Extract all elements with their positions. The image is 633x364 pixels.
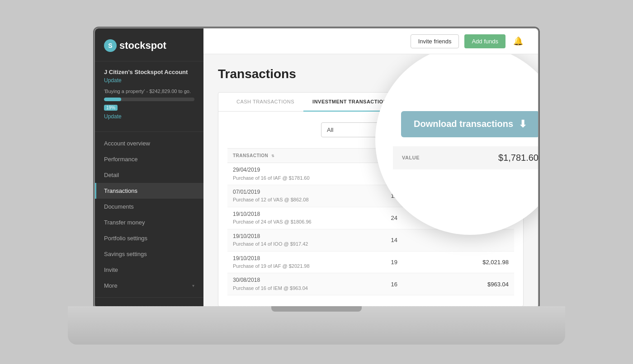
zoom-dollar-value: $1,781.60 [498, 153, 538, 163]
laptop-screen: S stockspot J Citizen's Stockspot Accoun… [95, 28, 538, 308]
transaction-date: 19/10/2018 [233, 211, 380, 218]
invite-friends-button[interactable]: Invite friends [411, 34, 459, 48]
progress-label: 19% [104, 105, 118, 111]
account-update-link[interactable]: Update [104, 77, 194, 84]
table-row: 19/10/2018 Purchase of 19 of IAF @ $2021… [227, 251, 514, 273]
notification-bell[interactable]: 🔔 [511, 34, 525, 48]
laptop-wrapper: S stockspot J Citizen's Stockspot Accoun… [68, 19, 565, 345]
nav-label: Documents [104, 203, 134, 210]
laptop-body [68, 306, 565, 345]
add-funds-button[interactable]: Add funds [464, 34, 505, 48]
transaction-cell: 29/04/2019 Purchase of 16 of IAF @ $1781… [227, 163, 385, 185]
sidebar-item-transfer-money[interactable]: Transfer money [95, 215, 203, 230]
sidebar-item-savings-settings[interactable]: Savings settings [95, 246, 203, 262]
transaction-cell: 30/08/2018 Purchase of 16 of IEM @ $963.… [227, 273, 385, 295]
nav-label: Transactions [104, 187, 137, 194]
transaction-date: 07/01/2019 [233, 189, 380, 196]
transaction-desc: Purchase of 14 of IOO @ $917.42 [233, 241, 380, 247]
nav-label: Transfer money [104, 219, 145, 226]
tab-label: Cash Transactions [236, 99, 294, 104]
transaction-cell: 19/10/2018 Purchase of 14 of IOO @ $917.… [227, 229, 385, 251]
transaction-desc: Purchase of 16 of IEM @ $963.04 [233, 285, 380, 291]
transaction-qty: 14 [385, 229, 449, 251]
sidebar-item-transactions[interactable]: Transactions [95, 183, 203, 199]
sidebar-item-invite[interactable]: Invite [95, 262, 203, 278]
transaction-date: 30/08/2018 [233, 277, 380, 284]
download-label: Download transactions [414, 119, 513, 129]
transaction-cell: 19/10/2018 Purchase of 24 of VAS @ $1806… [227, 207, 385, 229]
col-transaction: Transaction ⇅ [227, 149, 385, 163]
sidebar-item-more[interactable]: More ▾ [95, 278, 203, 294]
account-section: J Citizen's Stockspot Account Update 'Bu… [95, 61, 203, 132]
bell-icon: 🔔 [513, 36, 523, 46]
transaction-date: 19/10/2018 [233, 255, 380, 262]
zoom-value-header: Value [402, 155, 420, 160]
sidebar-logo: S stockspot [95, 28, 203, 61]
sidebar-item-performance[interactable]: Performance [95, 151, 203, 167]
transaction-value: $2,021.98 [449, 251, 514, 273]
transaction-desc: Purchase of 19 of IAF @ $2021.98 [233, 263, 380, 269]
logo: S stockspot [104, 39, 194, 52]
table-row: 30/08/2018 Purchase of 16 of IEM @ $963.… [227, 273, 514, 295]
transaction-date: 29/04/2019 [233, 167, 380, 174]
transaction-desc: Purchase of 12 of VAS @ $862.08 [233, 196, 380, 203]
tab-label: Investment Transactions [312, 99, 391, 104]
logo-text: stockspot [119, 40, 166, 51]
nav-label: Account overview [104, 140, 150, 147]
chevron-down-icon: ▾ [192, 283, 194, 288]
transaction-desc: Purchase of 24 of VAS @ $1806.96 [233, 219, 380, 225]
progress-bar-container [104, 98, 194, 101]
transaction-qty: 16 [385, 273, 449, 295]
tab-cash-transactions[interactable]: Cash Transactions [227, 93, 303, 112]
transaction-cell: 19/10/2018 Purchase of 19 of IAF @ $2021… [227, 251, 385, 273]
progress-bar-fill [104, 98, 121, 101]
download-icon: ⬇ [519, 118, 527, 130]
nav-label: More [104, 282, 118, 289]
top-bar: Invite friends Add funds 🔔 [203, 28, 538, 54]
nav-label: Savings settings [104, 251, 147, 257]
transaction-qty: 19 [385, 251, 449, 273]
transaction-desc: Purchase of 16 of IAF @ $1781.60 [233, 175, 380, 181]
zoom-value-row: Value $1,781.60 [393, 146, 538, 169]
sidebar-item-account-overview[interactable]: Account overview [95, 135, 203, 151]
transaction-date: 19/10/2018 [233, 233, 380, 240]
nav-label: Portfolio settings [104, 235, 147, 242]
logo-icon: S [104, 39, 117, 52]
sidebar: S stockspot J Citizen's Stockspot Accoun… [95, 28, 203, 308]
nav-label: Detail [104, 172, 119, 178]
transaction-value: $963.04 [449, 273, 514, 295]
transaction-cell: 07/01/2019 Purchase of 12 of VAS @ $862.… [227, 185, 385, 207]
download-transactions-button[interactable]: Download transactions ⬇ [401, 111, 538, 137]
page-content: Transactions Cash Transactions Investmen… [203, 54, 538, 308]
goal-text: 'Buying a property' - $242,829.00 to go. [104, 88, 194, 95]
sidebar-item-portfolio-settings[interactable]: Portfolio settings [95, 230, 203, 246]
zoom-circle-content: Download transactions ⬇ Value $1,781.60 [375, 102, 538, 178]
sidebar-item-detail[interactable]: Detail [95, 167, 203, 183]
goal-update-link[interactable]: Update [104, 113, 194, 120]
nav-label: Performance [104, 156, 137, 163]
sort-icon: ⇅ [271, 154, 275, 158]
nav-label: Invite [104, 266, 118, 273]
account-name: J Citizen's Stockspot Account [104, 69, 194, 75]
sidebar-item-documents[interactable]: Documents [95, 199, 203, 215]
nav-items: Account overview Performance Detail Tran… [95, 132, 203, 297]
main-content: Invite friends Add funds 🔔 Transactions … [203, 28, 538, 308]
